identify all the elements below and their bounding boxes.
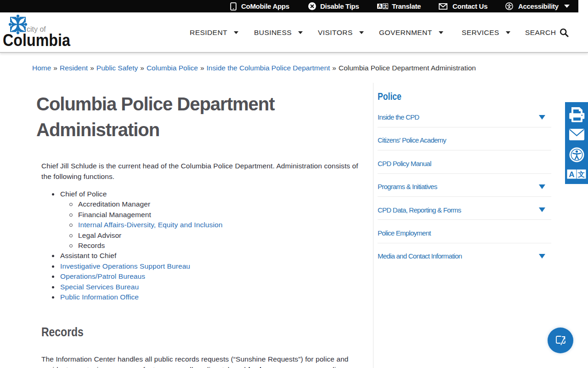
svg-text:文: 文 [577, 170, 585, 178]
svg-text:文: 文 [383, 4, 388, 9]
svg-text:A: A [569, 170, 574, 178]
svg-text:A: A [378, 4, 381, 9]
